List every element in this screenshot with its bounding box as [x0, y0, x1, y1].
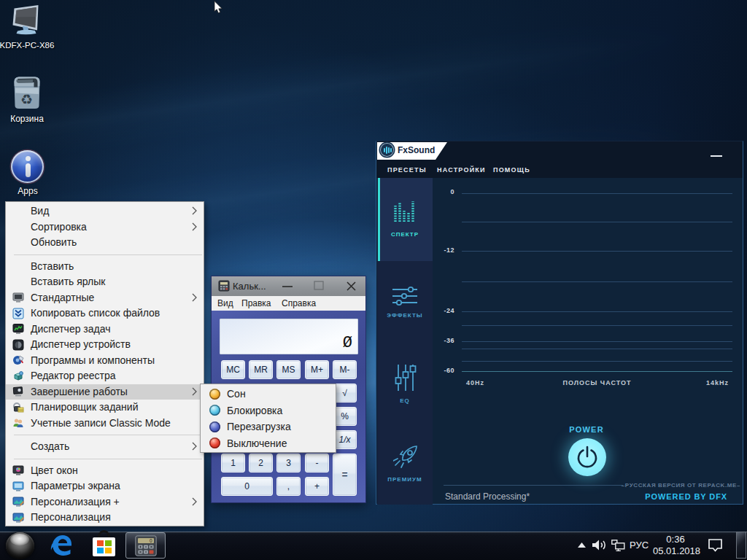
svg-text:♻: ♻: [20, 92, 33, 107]
svg-text:0: 0: [150, 538, 152, 543]
